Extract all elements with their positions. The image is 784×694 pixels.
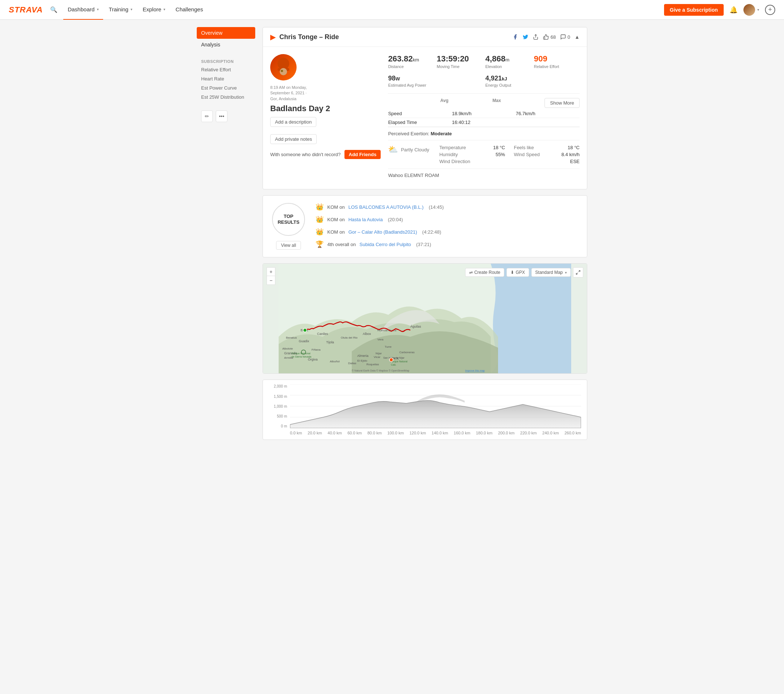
result-link-3[interactable]: Subida Cerro del Pulpito xyxy=(359,242,411,247)
stat-relative-effort: 909 Relative Effort xyxy=(534,54,580,69)
expand-map-button[interactable] xyxy=(573,267,583,277)
comments-button[interactable]: 0 xyxy=(560,34,570,40)
svg-text:Águilas: Águilas xyxy=(410,325,421,328)
navbar: STRAVA 🔍 Dashboard ▾ Training ▾ Explore … xyxy=(0,0,784,20)
result-item-0: 👑 KOM on LOS BALCONES A AUTOVIA (B.L.) (… xyxy=(316,203,580,211)
svg-line-42 xyxy=(578,270,580,272)
svg-text:Órgiva: Órgiva xyxy=(308,358,318,361)
svg-line-43 xyxy=(576,273,578,275)
svg-text:Albox: Albox xyxy=(363,332,371,336)
elevation-label: Elevation xyxy=(485,64,531,69)
humidity-label: Humidity xyxy=(439,152,458,157)
show-more-button[interactable]: Show More xyxy=(545,98,580,108)
speed-label: Speed xyxy=(388,111,451,116)
search-icon[interactable]: 🔍 xyxy=(50,6,58,13)
edit-button[interactable]: ✏ xyxy=(201,110,213,122)
sidebar-item-est-25w-dist[interactable]: Est 25W Distribution xyxy=(197,92,255,102)
stat-distance: 263.82km Distance xyxy=(388,54,434,69)
facebook-button[interactable] xyxy=(512,34,518,40)
zoom-out-button[interactable]: − xyxy=(267,276,275,285)
twitter-button[interactable] xyxy=(522,34,529,40)
svg-text:Caniles: Caniles xyxy=(317,332,328,336)
exertion-label: Perceived Exertion: xyxy=(388,131,429,137)
kudos-button[interactable]: 68 xyxy=(543,34,555,40)
comments-count: 0 xyxy=(568,35,570,40)
svg-text:© Natural Earth Data © Mapbox : © Natural Earth Data © Mapbox © OpenStre… xyxy=(352,369,410,372)
nav-link-training[interactable]: Training ▾ xyxy=(105,0,137,20)
subscription-button[interactable]: Give a Subscription xyxy=(664,4,724,16)
elevation-x-labels: 0.0 km 20.0 km 40.0 km 60.0 km 80.0 km 1… xyxy=(290,431,581,435)
svg-text:de Sierra Nevada: de Sierra Nevada xyxy=(292,355,311,358)
activity-body: 8:19 AM on Monday, September 6, 2021 · G… xyxy=(263,47,587,189)
add-description-button[interactable]: Add a description xyxy=(270,117,316,127)
nav-right: Give a Subscription 🔔 ▾ + xyxy=(664,4,775,16)
feels-label: Feels like xyxy=(514,145,534,150)
svg-text:Albolote: Albolote xyxy=(282,347,293,350)
activity-name: Badlands Day 2 xyxy=(270,104,380,113)
activity-header-bar: ▶ Chris Tonge – Ride 68 xyxy=(263,27,587,47)
energy-label: Energy Output xyxy=(485,83,580,87)
sidebar-item-analysis[interactable]: Analysis xyxy=(197,39,255,51)
zoom-in-button[interactable]: + xyxy=(267,267,275,276)
add-private-notes-button[interactable]: Add private notes xyxy=(270,134,317,144)
device-row: Wahoo ELEMNT ROAM xyxy=(388,168,580,182)
speed-max: 76.7km/h xyxy=(516,111,578,116)
result-item-3: 🏆 4th overall on Subida Cerro del Pulpit… xyxy=(316,240,580,248)
top-results-title-line1: TOP xyxy=(284,214,294,220)
athlete-avatar[interactable] xyxy=(270,54,296,81)
svg-text:Fiñana: Fiñana xyxy=(311,348,321,351)
stat-elevation: 4,868m Elevation xyxy=(485,54,531,69)
top-results-section: TOP RESULTS View all 👑 KOM on LOS BALCON… xyxy=(263,195,587,257)
nav-link-challenges[interactable]: Challenges xyxy=(171,0,208,20)
add-friends-button[interactable]: Add Friends xyxy=(344,150,381,159)
stat-moving-time: 13:59:20 Moving Time xyxy=(436,54,482,69)
result-link-2[interactable]: Gor – Calar Alto (Badlands2021) xyxy=(349,229,417,235)
view-all-button[interactable]: View all xyxy=(276,241,301,250)
collapse-button[interactable]: ▲ xyxy=(575,34,580,40)
svg-text:Tijola: Tijola xyxy=(326,340,334,344)
map-svg: Baza Caniles Benalua Guadix Albolote Gra… xyxy=(263,264,587,373)
primary-stats: 263.82km Distance 13:59:20 Moving Time 4… xyxy=(388,54,580,69)
create-route-button[interactable]: ⇌ Create Route xyxy=(465,268,504,277)
top-results-list: 👑 KOM on LOS BALCONES A AUTOVIA (B.L.) (… xyxy=(316,203,580,250)
result-link-1[interactable]: Hasta la Autovia xyxy=(349,217,383,222)
table-header: Avg Max Show More xyxy=(388,98,580,108)
avatar-img xyxy=(743,4,755,16)
share-button[interactable] xyxy=(533,34,539,40)
notification-bell-icon[interactable]: 🔔 xyxy=(730,6,738,14)
stat-energy: 4,921kJ Energy Output xyxy=(485,74,580,87)
nav-link-dashboard[interactable]: Dashboard ▾ xyxy=(63,0,103,20)
weather-icon-area: ⛅ Partly Cloudy xyxy=(388,145,432,154)
sidebar-item-overview[interactable]: Overview xyxy=(197,27,255,39)
svg-text:Níjar: Níjar xyxy=(376,352,382,355)
strava-logo[interactable]: STRAVA xyxy=(9,5,43,15)
sidebar-item-heart-rate[interactable]: Heart Rate xyxy=(197,74,255,83)
y-label-4: 0 m xyxy=(269,424,287,428)
device-name: Wahoo ELEMNT ROAM xyxy=(388,173,439,178)
svg-point-37 xyxy=(303,328,307,332)
user-menu[interactable]: ▾ xyxy=(743,4,759,16)
cloud-icon: ⛅ xyxy=(388,145,398,154)
svg-text:Olula del Rio: Olula del Rio xyxy=(341,336,357,339)
more-options-button[interactable]: ••• xyxy=(216,110,227,122)
result-link-0[interactable]: LOS BALCONES A AUTOVIA (B.L.) xyxy=(349,204,424,210)
weather-wind-dir-row: Wind Direction ESE xyxy=(439,159,580,164)
training-chevron-icon: ▾ xyxy=(130,7,132,12)
wind-dir-label: Wind Direction xyxy=(439,159,470,164)
nav-links: Dashboard ▾ Training ▾ Explore ▾ Challen… xyxy=(63,0,208,20)
standard-map-button[interactable]: Standard Map ▾ xyxy=(531,268,571,277)
sidebar-subscription-section: SUBSCRIPTION Relative Effort Heart Rate … xyxy=(197,56,255,102)
download-icon: ⬇ xyxy=(511,270,514,275)
page-layout: Overview Analysis SUBSCRIPTION Relative … xyxy=(191,20,593,447)
elevation-section: 2,000 m 1,500 m 1,000 m 500 m 0 m xyxy=(263,379,587,440)
gpx-button[interactable]: ⬇ GPX xyxy=(506,268,529,277)
nav-link-explore[interactable]: Explore ▾ xyxy=(138,0,170,20)
sidebar-item-est-power-curve[interactable]: Est Power Curve xyxy=(197,83,255,92)
y-label-3: 500 m xyxy=(269,414,287,418)
plus-button[interactable]: + xyxy=(765,5,775,15)
humidity-value: 55% xyxy=(496,152,505,157)
top-results-title-line2: RESULTS xyxy=(278,219,300,226)
sidebar-item-relative-effort[interactable]: Relative Effort xyxy=(197,65,255,74)
svg-text:Benalua: Benalua xyxy=(286,336,297,339)
svg-text:Almeria: Almeria xyxy=(357,354,369,358)
